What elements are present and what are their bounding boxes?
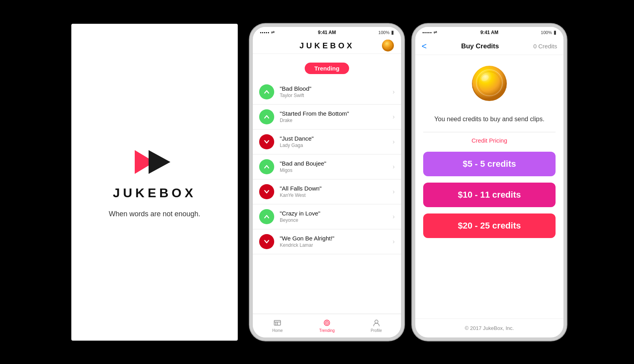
song-item-6[interactable]: "We Gon Be Alright!" Kendrick Lamar ›	[253, 229, 401, 254]
song-info-2: "Just Dance" Lady Gaga	[280, 135, 387, 148]
song-artist-3: Migos	[280, 168, 387, 173]
song-artist-0: Taylor Swift	[280, 93, 387, 98]
tab-profile[interactable]: Profile	[351, 318, 401, 333]
song-info-4: "All Falls Down" KanYe West	[280, 185, 387, 198]
trending-screen: JUKEBOX Trending	[253, 38, 401, 337]
song-artist-4: KanYe West	[280, 192, 387, 198]
song-title-2: "Just Dance"	[280, 135, 387, 142]
app-title-trending: JUKEBOX	[300, 41, 355, 50]
song-trend-up-0[interactable]	[259, 84, 274, 99]
song-trend-down-4[interactable]	[259, 184, 274, 199]
credits-count-display: 0 Credits	[533, 43, 557, 50]
battery-percent-trending: 100%	[378, 30, 390, 35]
trending-phone-frame: ••••• ⇌ 9:41 AM 100% ▮ JUKEBOX	[250, 24, 404, 341]
tab-home-label: Home	[272, 328, 283, 333]
credits-footer: © 2017 JukeBox, Inc.	[415, 318, 563, 337]
wifi-icon: ⇌	[271, 30, 275, 35]
coin-icon-trending[interactable]	[381, 39, 395, 52]
jukebox-logo-icon	[131, 146, 178, 178]
song-artist-1: Drake	[280, 118, 387, 123]
credits-screen-title: Buy Credits	[461, 42, 499, 50]
song-info-0: "Bad Blood" Taylor Swift	[280, 85, 387, 98]
song-artist-2: Lady Gaga	[280, 143, 387, 148]
profile-icon	[372, 318, 381, 327]
song-trend-down-2[interactable]	[259, 134, 274, 149]
pricing-button-20[interactable]: $20 - 25 credits	[423, 213, 556, 238]
tab-trending-label: Trending	[319, 328, 334, 333]
svg-point-11	[327, 322, 328, 324]
large-coin-icon	[468, 63, 511, 107]
song-title-5: "Crazy in Love"	[280, 210, 387, 217]
tab-profile-label: Profile	[371, 328, 382, 333]
song-title-0: "Bad Blood"	[280, 85, 387, 92]
status-bar-left-credits: ••••• ⇌	[422, 30, 437, 35]
battery-icon-trending: ▮	[391, 29, 394, 35]
credits-content: You need credits to buy and send clips. …	[415, 55, 563, 318]
song-info-6: "We Gon Be Alright!" Kendrick Lamar	[280, 235, 387, 248]
song-info-3: "Bad and Boujee" Migos	[280, 160, 387, 173]
splash-app-title: JUKEBOX	[113, 186, 197, 200]
svg-point-15	[472, 66, 506, 100]
credits-header: < Buy Credits 0 Credits	[415, 38, 563, 55]
pricing-button-5[interactable]: $5 - 5 credits	[423, 152, 556, 176]
app-header-trending: JUKEBOX	[253, 38, 401, 54]
status-bar-credits: ••••• ⇌ 9:41 AM 100% ▮	[415, 27, 563, 38]
song-trend-up-1[interactable]	[259, 109, 274, 124]
credits-description: You need credits to buy and send clips.	[434, 114, 544, 124]
song-trend-up-5[interactable]	[259, 209, 274, 224]
tab-trending[interactable]: Trending	[302, 318, 352, 333]
pricing-button-10[interactable]: $10 - 11 credits	[423, 183, 556, 207]
song-trend-up-3[interactable]	[259, 159, 274, 174]
song-list: "Bad Blood" Taylor Swift › "Started From…	[253, 80, 401, 314]
song-chevron-2: ›	[393, 138, 395, 145]
song-item-2[interactable]: "Just Dance" Lady Gaga ›	[253, 130, 401, 154]
splash-screen: JUKEBOX When words are not enough.	[71, 24, 238, 341]
battery-icon-credits: ▮	[554, 29, 556, 35]
status-bar-right-trending: 100% ▮	[378, 29, 394, 35]
svg-point-12	[375, 320, 378, 323]
status-bar-trending: ••••• ⇌ 9:41 AM 100% ▮	[253, 27, 401, 38]
wifi-icon-credits: ⇌	[433, 30, 437, 35]
song-chevron-5: ›	[393, 213, 395, 220]
status-bar-left: ••••• ⇌	[260, 30, 275, 35]
song-artist-5: Beyonce	[280, 217, 387, 223]
song-chevron-4: ›	[393, 188, 395, 195]
song-chevron-6: ›	[393, 238, 395, 245]
song-item-1[interactable]: "Started From the Bottom" Drake ›	[253, 105, 401, 130]
song-title-4: "All Falls Down"	[280, 185, 387, 192]
song-artist-6: Kendrick Lamar	[280, 242, 387, 248]
signal-dots-credits: •••••	[422, 30, 432, 35]
trending-badge: Trending	[305, 63, 349, 74]
pricing-divider	[423, 132, 556, 132]
song-info-5: "Crazy in Love" Beyonce	[280, 210, 387, 223]
buy-credits-phone-frame: ••••• ⇌ 9:41 AM 100% ▮ < Buy Credits 0 C…	[412, 24, 567, 341]
song-info-1: "Started From the Bottom" Drake	[280, 110, 387, 123]
song-item-5[interactable]: "Crazy in Love" Beyonce ›	[253, 204, 401, 229]
song-title-1: "Started From the Bottom"	[280, 110, 387, 117]
song-chevron-1: ›	[393, 113, 395, 120]
trending-icon	[323, 318, 331, 327]
song-title-3: "Bad and Boujee"	[280, 160, 387, 167]
song-title-6: "We Gon Be Alright!"	[280, 235, 387, 242]
song-chevron-3: ›	[393, 163, 395, 170]
song-trend-down-6[interactable]	[259, 234, 274, 249]
song-item-0[interactable]: "Bad Blood" Taylor Swift ›	[253, 80, 401, 105]
tab-home[interactable]: Home	[253, 318, 302, 333]
splash-logo-container: JUKEBOX When words are not enough.	[109, 146, 200, 218]
signal-dots: •••••	[260, 30, 269, 35]
status-time-trending: 9:41 AM	[318, 30, 336, 35]
status-bar-right-credits: 100% ▮	[541, 29, 556, 35]
svg-marker-1	[149, 150, 170, 174]
song-item-4[interactable]: "All Falls Down" KanYe West ›	[253, 179, 401, 204]
buy-credits-screen: < Buy Credits 0 Credits	[415, 38, 563, 337]
credit-pricing-label: Credit Pricing	[472, 137, 507, 144]
battery-percent-credits: 100%	[541, 30, 552, 35]
splash-tagline: When words are not enough.	[109, 210, 200, 218]
status-time-credits: 9:41 AM	[480, 30, 498, 35]
song-item-3[interactable]: "Bad and Boujee" Migos ›	[253, 154, 401, 179]
tab-bar: Home Trending Profile	[253, 314, 401, 337]
song-chevron-0: ›	[393, 88, 395, 95]
back-button[interactable]: <	[422, 41, 427, 51]
home-icon	[273, 318, 282, 327]
